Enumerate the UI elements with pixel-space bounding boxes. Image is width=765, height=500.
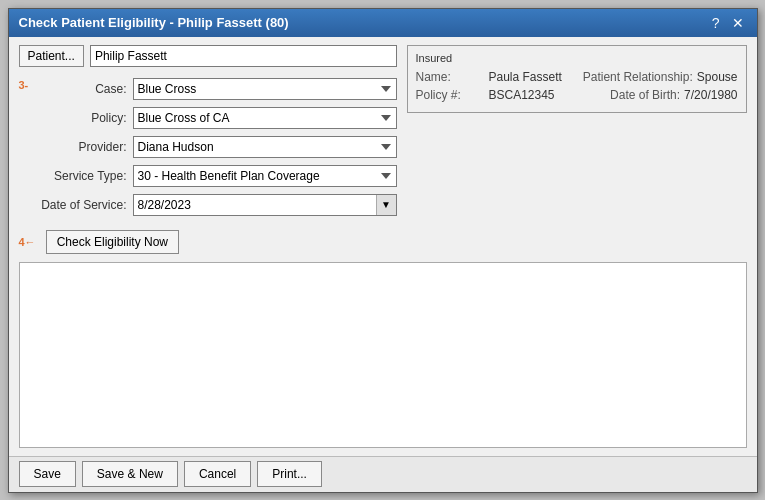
save-new-button[interactable]: Save & New (82, 461, 178, 487)
date-row: Date of Service: ▼ (37, 193, 397, 217)
insured-relationship-group: Patient Relationship: Spouse (583, 70, 738, 84)
right-panel: Insured Name: Paula Fassett Patient Rela… (407, 45, 747, 254)
insured-title: Insured (416, 52, 738, 64)
insured-relationship-value: Spouse (697, 70, 738, 84)
print-button[interactable]: Print... (257, 461, 322, 487)
insured-dob-value: 7/20/1980 (684, 88, 737, 102)
window-title: Check Patient Eligibility - Philip Fasse… (19, 15, 289, 30)
close-button[interactable]: ✕ (729, 16, 747, 30)
service-type-label: Service Type: (37, 169, 127, 183)
insured-relationship-label: Patient Relationship: (583, 70, 693, 84)
help-button[interactable]: ? (709, 16, 723, 30)
patient-row: Patient... (19, 45, 397, 67)
insured-policy-label: Policy #: (416, 88, 481, 102)
insured-box: Insured Name: Paula Fassett Patient Rela… (407, 45, 747, 113)
provider-select[interactable]: Diana Hudson (133, 136, 397, 158)
content-area: Patient... 3- Case: Blue Cross (9, 37, 757, 456)
date-input[interactable] (134, 195, 376, 215)
step3-label: 3- (19, 79, 37, 91)
form-fields: Case: Blue Cross Policy: Blue Cross of C… (37, 77, 397, 217)
service-type-select[interactable]: 30 - Health Benefit Plan Coverage (133, 165, 397, 187)
title-bar-controls: ? ✕ (709, 16, 747, 30)
case-label: Case: (37, 82, 127, 96)
policy-row: Policy: Blue Cross of CA (37, 106, 397, 130)
check-eligibility-button[interactable]: Check Eligibility Now (46, 230, 179, 254)
provider-row: Provider: Diana Hudson (37, 135, 397, 159)
form-section: Patient... 3- Case: Blue Cross (19, 45, 747, 254)
insured-dob-label: Date of Birth: (610, 88, 680, 102)
insured-policy-row: Policy #: BSCA12345 Date of Birth: 7/20/… (416, 88, 738, 102)
policy-label: Policy: (37, 111, 127, 125)
insured-name-label: Name: (416, 70, 481, 84)
main-window: Check Patient Eligibility - Philip Fasse… (8, 8, 758, 493)
patient-button[interactable]: Patient... (19, 45, 84, 67)
insured-name-value: Paula Fassett (489, 70, 562, 84)
title-bar-left: Check Patient Eligibility - Philip Fasse… (19, 15, 289, 30)
date-picker-button[interactable]: ▼ (376, 195, 396, 215)
check-eligibility-area: 4← Check Eligibility Now (19, 230, 397, 254)
service-type-row: Service Type: 30 - Health Benefit Plan C… (37, 164, 397, 188)
insured-dob-group: Date of Birth: 7/20/1980 (610, 88, 737, 102)
insured-policy-value: BSCA12345 (489, 88, 555, 102)
save-button[interactable]: Save (19, 461, 76, 487)
date-label: Date of Service: (37, 198, 127, 212)
patient-name-input[interactable] (90, 45, 397, 67)
left-panel: Patient... 3- Case: Blue Cross (19, 45, 397, 254)
provider-label: Provider: (37, 140, 127, 154)
step4-label: 4← (19, 236, 36, 248)
insured-name-row: Name: Paula Fassett Patient Relationship… (416, 70, 738, 84)
title-bar: Check Patient Eligibility - Philip Fasse… (9, 9, 757, 37)
results-area (19, 262, 747, 448)
footer: Save Save & New Cancel Print... (9, 456, 757, 492)
case-row: Case: Blue Cross (37, 77, 397, 101)
case-select[interactable]: Blue Cross (133, 78, 397, 100)
date-input-wrapper: ▼ (133, 194, 397, 216)
policy-select[interactable]: Blue Cross of CA (133, 107, 397, 129)
cancel-button[interactable]: Cancel (184, 461, 251, 487)
step3-wrapper: 3- Case: Blue Cross Policy: (19, 77, 397, 217)
